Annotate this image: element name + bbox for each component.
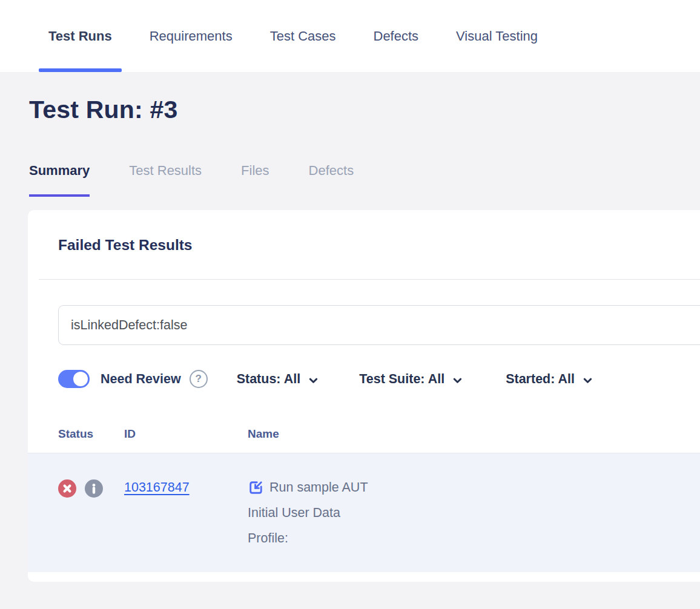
column-header-name: Name [248,427,700,441]
table-row: 103167847 Run sample AUT Initial User Da… [28,453,700,572]
question-circle-icon[interactable]: ? [190,370,208,388]
result-name-line3: Profile: [248,525,700,551]
column-header-status: Status [58,427,124,441]
main-navigation: Test Runs Requirements Test Cases Defect… [0,0,700,72]
status-filter-label: Status: All [237,372,301,387]
nav-tab-visual-testing[interactable]: Visual Testing [446,0,547,72]
nav-tab-test-runs[interactable]: Test Runs [39,0,122,72]
panel-heading: Failed Test Results [28,210,700,254]
column-header-id: ID [124,427,248,441]
nav-tab-requirements[interactable]: Requirements [140,0,242,72]
toggle-knob [73,372,88,386]
tab-test-results[interactable]: Test Results [129,163,202,197]
chevron-down-icon [452,375,463,386]
result-name: Run sample AUT [269,475,368,500]
divider [39,279,700,280]
table-header-row: Status ID Name [28,427,700,453]
page-content: Test Run: #3 Summary Test Results Files … [0,72,700,582]
id-cell: 103167847 [124,475,248,551]
result-name-line2: Initial User Data [248,500,700,525]
chevron-down-icon [582,375,593,386]
status-cell [58,475,124,551]
page-title: Test Run: #3 [29,96,700,124]
started-filter-dropdown[interactable]: Started: All [506,372,593,387]
search-input[interactable] [58,305,700,345]
external-link-icon[interactable] [248,479,264,496]
run-subtabs: Summary Test Results Files Defects [29,163,700,197]
tab-summary[interactable]: Summary [29,163,90,197]
need-review-toggle[interactable] [58,370,90,388]
failed-circle-icon[interactable] [58,479,76,498]
info-circle-icon[interactable] [85,479,103,498]
started-filter-label: Started: All [506,372,575,387]
test-suite-filter-label: Test Suite: All [359,372,444,387]
nav-tab-test-cases[interactable]: Test Cases [260,0,346,72]
need-review-label: Need Review [101,372,181,387]
test-suite-filter-dropdown[interactable]: Test Suite: All [359,372,463,387]
result-id-link[interactable]: 103167847 [124,480,190,495]
tab-defects[interactable]: Defects [309,163,354,197]
nav-tab-defects[interactable]: Defects [364,0,429,72]
tab-files[interactable]: Files [241,163,269,197]
status-filter-dropdown[interactable]: Status: All [237,372,320,387]
chevron-down-icon [308,375,319,386]
filter-row: Need Review ? Status: All Test Suite: Al… [58,369,700,389]
name-cell: Run sample AUT Initial User Data Profile… [248,475,700,551]
failed-test-results-panel: Failed Test Results Need Review ? Status… [28,210,700,582]
